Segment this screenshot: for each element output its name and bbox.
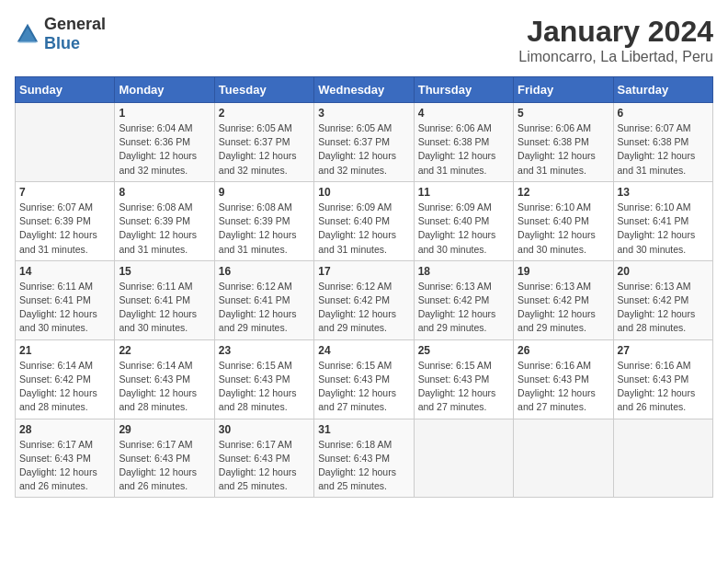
calendar-cell: 27Sunrise: 6:16 AMSunset: 6:43 PMDayligh…	[613, 339, 712, 419]
day-detail: Sunrise: 6:15 AMSunset: 6:43 PMDaylight:…	[418, 359, 509, 415]
day-number: 20	[618, 265, 709, 278]
calendar-week-row: 1Sunrise: 6:04 AMSunset: 6:36 PMDaylight…	[16, 103, 713, 182]
logo: General Blue	[15, 15, 106, 53]
day-detail: Sunrise: 6:10 AMSunset: 6:41 PMDaylight:…	[618, 201, 709, 257]
day-number: 10	[318, 186, 409, 199]
day-detail: Sunrise: 6:09 AMSunset: 6:40 PMDaylight:…	[418, 201, 509, 257]
day-number: 31	[318, 423, 409, 436]
calendar-cell: 26Sunrise: 6:16 AMSunset: 6:43 PMDayligh…	[514, 339, 613, 419]
day-of-week-header: Tuesday	[214, 77, 313, 103]
calendar-cell: 20Sunrise: 6:13 AMSunset: 6:42 PMDayligh…	[613, 260, 712, 339]
day-detail: Sunrise: 6:18 AMSunset: 6:43 PMDaylight:…	[318, 438, 409, 494]
calendar-cell: 5Sunrise: 6:06 AMSunset: 6:38 PMDaylight…	[514, 103, 613, 182]
day-number: 9	[219, 186, 310, 199]
calendar-cell: 15Sunrise: 6:11 AMSunset: 6:41 PMDayligh…	[115, 260, 214, 339]
calendar-cell: 6Sunrise: 6:07 AMSunset: 6:38 PMDaylight…	[613, 103, 712, 182]
day-detail: Sunrise: 6:13 AMSunset: 6:42 PMDaylight:…	[518, 280, 609, 336]
calendar-cell: 23Sunrise: 6:15 AMSunset: 6:43 PMDayligh…	[214, 339, 313, 419]
calendar-week-row: 21Sunrise: 6:14 AMSunset: 6:42 PMDayligh…	[16, 339, 713, 419]
day-number: 23	[219, 344, 310, 357]
day-detail: Sunrise: 6:08 AMSunset: 6:39 PMDaylight:…	[119, 201, 210, 257]
calendar-cell: 16Sunrise: 6:12 AMSunset: 6:41 PMDayligh…	[214, 260, 313, 339]
day-detail: Sunrise: 6:15 AMSunset: 6:43 PMDaylight:…	[219, 359, 310, 415]
day-number: 5	[518, 107, 609, 120]
day-detail: Sunrise: 6:14 AMSunset: 6:43 PMDaylight:…	[119, 359, 210, 415]
day-number: 28	[19, 423, 110, 436]
day-detail: Sunrise: 6:13 AMSunset: 6:42 PMDaylight:…	[418, 280, 509, 336]
day-detail: Sunrise: 6:05 AMSunset: 6:37 PMDaylight:…	[219, 121, 310, 178]
calendar-cell: 12Sunrise: 6:10 AMSunset: 6:40 PMDayligh…	[514, 181, 613, 260]
calendar-week-row: 28Sunrise: 6:17 AMSunset: 6:43 PMDayligh…	[16, 419, 713, 498]
day-number: 13	[618, 186, 709, 199]
calendar-cell: 29Sunrise: 6:17 AMSunset: 6:43 PMDayligh…	[115, 419, 214, 498]
day-of-week-header: Sunday	[16, 77, 115, 103]
calendar-cell	[514, 419, 613, 498]
day-number: 14	[19, 265, 110, 278]
day-number: 25	[418, 344, 509, 357]
day-detail: Sunrise: 6:10 AMSunset: 6:40 PMDaylight:…	[518, 201, 609, 257]
day-number: 18	[418, 265, 509, 278]
day-detail: Sunrise: 6:17 AMSunset: 6:43 PMDaylight:…	[119, 438, 210, 494]
calendar-cell: 24Sunrise: 6:15 AMSunset: 6:43 PMDayligh…	[314, 339, 414, 419]
day-number: 19	[518, 265, 609, 278]
day-number: 8	[119, 186, 210, 199]
calendar-cell: 3Sunrise: 6:05 AMSunset: 6:37 PMDaylight…	[314, 103, 414, 182]
day-detail: Sunrise: 6:11 AMSunset: 6:41 PMDaylight:…	[19, 280, 110, 336]
day-number: 6	[618, 107, 709, 120]
logo-icon	[15, 21, 40, 47]
calendar-week-row: 14Sunrise: 6:11 AMSunset: 6:41 PMDayligh…	[16, 260, 713, 339]
calendar-cell: 19Sunrise: 6:13 AMSunset: 6:42 PMDayligh…	[514, 260, 613, 339]
calendar-cell: 30Sunrise: 6:17 AMSunset: 6:43 PMDayligh…	[214, 419, 313, 498]
calendar-cell	[613, 419, 712, 498]
day-number: 11	[418, 186, 509, 199]
day-number: 29	[119, 423, 210, 436]
day-number: 7	[19, 186, 110, 199]
day-number: 12	[518, 186, 609, 199]
subtitle: Limoncarro, La Libertad, Peru	[518, 49, 713, 65]
calendar-cell: 13Sunrise: 6:10 AMSunset: 6:41 PMDayligh…	[613, 181, 712, 260]
day-detail: Sunrise: 6:06 AMSunset: 6:38 PMDaylight:…	[418, 121, 509, 178]
day-detail: Sunrise: 6:05 AMSunset: 6:37 PMDaylight:…	[318, 121, 409, 178]
calendar-cell: 25Sunrise: 6:15 AMSunset: 6:43 PMDayligh…	[414, 339, 513, 419]
title-area: January 2024 Limoncarro, La Libertad, Pe…	[518, 15, 713, 65]
day-detail: Sunrise: 6:07 AMSunset: 6:39 PMDaylight:…	[19, 201, 110, 257]
day-number: 15	[119, 265, 210, 278]
calendar-cell: 10Sunrise: 6:09 AMSunset: 6:40 PMDayligh…	[314, 181, 414, 260]
day-number: 3	[318, 107, 409, 120]
calendar-cell: 7Sunrise: 6:07 AMSunset: 6:39 PMDaylight…	[16, 181, 115, 260]
calendar-cell	[16, 103, 115, 182]
calendar-cell: 2Sunrise: 6:05 AMSunset: 6:37 PMDaylight…	[214, 103, 313, 182]
calendar-cell: 28Sunrise: 6:17 AMSunset: 6:43 PMDayligh…	[16, 419, 115, 498]
calendar-cell: 14Sunrise: 6:11 AMSunset: 6:41 PMDayligh…	[16, 260, 115, 339]
day-detail: Sunrise: 6:15 AMSunset: 6:43 PMDaylight:…	[318, 359, 409, 415]
day-number: 2	[219, 107, 310, 120]
day-number: 30	[219, 423, 310, 436]
day-number: 17	[318, 265, 409, 278]
day-detail: Sunrise: 6:14 AMSunset: 6:42 PMDaylight:…	[19, 359, 110, 415]
calendar-cell: 4Sunrise: 6:06 AMSunset: 6:38 PMDaylight…	[414, 103, 513, 182]
calendar-cell: 17Sunrise: 6:12 AMSunset: 6:42 PMDayligh…	[314, 260, 414, 339]
calendar-header-row: SundayMondayTuesdayWednesdayThursdayFrid…	[16, 77, 713, 103]
day-number: 1	[119, 107, 210, 120]
day-detail: Sunrise: 6:06 AMSunset: 6:38 PMDaylight:…	[518, 121, 609, 178]
day-detail: Sunrise: 6:11 AMSunset: 6:41 PMDaylight:…	[119, 280, 210, 336]
day-detail: Sunrise: 6:17 AMSunset: 6:43 PMDaylight:…	[219, 438, 310, 494]
calendar-cell: 18Sunrise: 6:13 AMSunset: 6:42 PMDayligh…	[414, 260, 513, 339]
day-number: 27	[618, 344, 709, 357]
day-number: 22	[119, 344, 210, 357]
calendar-cell: 31Sunrise: 6:18 AMSunset: 6:43 PMDayligh…	[314, 419, 414, 498]
calendar-cell	[414, 419, 513, 498]
day-detail: Sunrise: 6:16 AMSunset: 6:43 PMDaylight:…	[618, 359, 709, 415]
calendar-cell: 21Sunrise: 6:14 AMSunset: 6:42 PMDayligh…	[16, 339, 115, 419]
calendar-table: SundayMondayTuesdayWednesdayThursdayFrid…	[15, 76, 713, 498]
day-of-week-header: Saturday	[613, 77, 712, 103]
day-number: 16	[219, 265, 310, 278]
day-number: 24	[318, 344, 409, 357]
calendar-body: 1Sunrise: 6:04 AMSunset: 6:36 PMDaylight…	[16, 103, 713, 498]
calendar-cell: 1Sunrise: 6:04 AMSunset: 6:36 PMDaylight…	[115, 103, 214, 182]
day-of-week-header: Wednesday	[314, 77, 414, 103]
calendar-cell: 8Sunrise: 6:08 AMSunset: 6:39 PMDaylight…	[115, 181, 214, 260]
calendar-cell: 9Sunrise: 6:08 AMSunset: 6:39 PMDaylight…	[214, 181, 313, 260]
calendar-cell: 22Sunrise: 6:14 AMSunset: 6:43 PMDayligh…	[115, 339, 214, 419]
day-of-week-header: Friday	[514, 77, 613, 103]
